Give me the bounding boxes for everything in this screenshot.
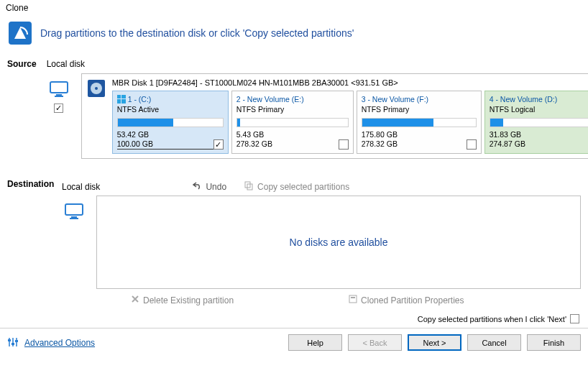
- partition-card[interactable]: 2 - New Volume (E:)NTFS Primary5.43 GB27…: [231, 91, 354, 154]
- svg-rect-9: [117, 99, 121, 104]
- copy-label: Copy selected partitions: [257, 182, 349, 192]
- hdd-icon: [86, 78, 106, 100]
- destination-sublabel: Local disk: [62, 182, 100, 192]
- partition-list: 1 - (C:)NTFS Active53.42 GB100.00 GB✓2 -…: [112, 91, 588, 154]
- sliders-icon: [7, 336, 19, 349]
- copy-on-next-label: Copy selected partitions when I click 'N…: [418, 315, 566, 323]
- monitor-icon: [64, 203, 84, 221]
- delete-partition-button[interactable]: Delete Existing partition: [131, 295, 234, 305]
- svg-rect-19: [12, 343, 14, 345]
- svg-rect-8: [121, 95, 126, 98]
- destination-label: Destination: [7, 176, 52, 189]
- destination-toolbar: Local disk Undo Copy selected partitions: [62, 176, 581, 196]
- partition-title: 4 - New Volume (D:): [490, 95, 588, 104]
- advanced-options-link[interactable]: Advanced Options: [24, 338, 95, 348]
- usage-bar: [362, 118, 477, 127]
- svg-rect-10: [121, 99, 126, 104]
- partition-properties-button[interactable]: Cloned Partition Properties: [349, 295, 464, 305]
- partition-card[interactable]: 4 - New Volume (D:)NTFS Logical31.83 GB2…: [484, 91, 588, 154]
- copy-partitions-button[interactable]: Copy selected partitions: [244, 180, 349, 193]
- svg-rect-18: [8, 339, 11, 341]
- usage-bar: [117, 118, 224, 127]
- partition-fs: NTFS Logical: [490, 105, 588, 114]
- partition-title: 3 - New Volume (F:): [362, 95, 477, 104]
- partition-card[interactable]: 3 - New Volume (F:)NTFS Primary175.80 GB…: [357, 91, 482, 154]
- partition-checkbox[interactable]: [467, 139, 477, 150]
- wizard-icon: [7, 20, 33, 46]
- undo-label: Undo: [206, 182, 226, 192]
- partition-fs: NTFS Primary: [362, 105, 477, 114]
- props-label: Cloned Partition Properties: [361, 295, 464, 305]
- svg-rect-7: [117, 95, 121, 98]
- source-disk-panel: MBR Disk 1 [D9FA2484] - ST1000LM024 HN-M…: [81, 73, 588, 159]
- source-label: Source: [7, 56, 37, 69]
- partition-title: 1 - (C:): [117, 95, 224, 104]
- svg-rect-14: [71, 216, 77, 218]
- destination-empty-text: No disks are available: [290, 236, 388, 248]
- help-button[interactable]: Help: [288, 334, 342, 351]
- undo-button[interactable]: Undo: [192, 180, 226, 193]
- partition-fs: NTFS Primary: [236, 105, 349, 114]
- back-button: < Back: [348, 334, 402, 351]
- partition-card[interactable]: 1 - (C:)NTFS Active53.42 GB100.00 GB✓: [112, 91, 229, 154]
- usage-bar: [236, 118, 349, 127]
- page-title: Clone: [0, 0, 588, 16]
- usage-bar: [490, 118, 588, 127]
- svg-rect-16: [349, 295, 357, 303]
- partition-sizes: 175.80 GB278.32 GB: [362, 130, 477, 148]
- copy-icon: [244, 180, 254, 193]
- note-row: Copy selected partitions when I click 'N…: [0, 311, 588, 326]
- partition-fs: NTFS Active: [117, 105, 224, 114]
- disk-title: MBR Disk 1 [D9FA2484] - ST1000LM024 HN-M…: [112, 78, 588, 87]
- destination-actions: Delete Existing partition Cloned Partiti…: [96, 289, 581, 308]
- svg-rect-13: [65, 204, 83, 215]
- partition-checkbox[interactable]: ✓: [213, 139, 224, 150]
- finish-button[interactable]: Finish: [527, 334, 581, 351]
- partition-sizes: 5.43 GB278.32 GB: [236, 130, 349, 148]
- svg-rect-17: [351, 297, 355, 298]
- cancel-button[interactable]: Cancel: [467, 334, 521, 351]
- divider: [0, 328, 588, 328]
- source-sublabel: Local disk: [47, 56, 588, 69]
- svg-rect-1: [50, 82, 68, 93]
- next-button[interactable]: Next >: [408, 334, 461, 351]
- source-section: Source Local disk ✓ MBR Disk 1 [D9FA2484…: [0, 53, 588, 162]
- partition-sizes: 53.42 GB100.00 GB: [117, 130, 224, 150]
- undo-icon: [192, 180, 202, 193]
- footer: Advanced Options Help < Back Next > Canc…: [0, 330, 588, 355]
- source-device-col: ✓: [47, 73, 71, 159]
- svg-rect-3: [55, 96, 63, 97]
- svg-rect-20: [15, 340, 18, 342]
- properties-icon: [349, 295, 357, 305]
- svg-rect-2: [56, 94, 62, 96]
- monitor-icon: [49, 81, 69, 99]
- header-text: Drag partitions to the destination disk …: [40, 27, 354, 39]
- svg-rect-15: [70, 218, 78, 219]
- svg-point-6: [95, 87, 98, 90]
- copy-on-next-checkbox[interactable]: [570, 314, 579, 323]
- close-icon: [131, 295, 139, 305]
- delete-label: Delete Existing partition: [143, 295, 234, 305]
- partition-sizes: 31.83 GB274.87 GB: [490, 130, 588, 148]
- partition-title: 2 - New Volume (E:): [236, 95, 349, 104]
- destination-panel[interactable]: No disks are available: [96, 196, 581, 289]
- destination-section: Destination Local disk Undo Copy selecte…: [0, 173, 588, 311]
- destination-device-col: [62, 196, 86, 308]
- header: Drag partitions to the destination disk …: [0, 16, 588, 53]
- source-select-checkbox[interactable]: ✓: [54, 104, 63, 113]
- partition-checkbox[interactable]: [339, 139, 349, 150]
